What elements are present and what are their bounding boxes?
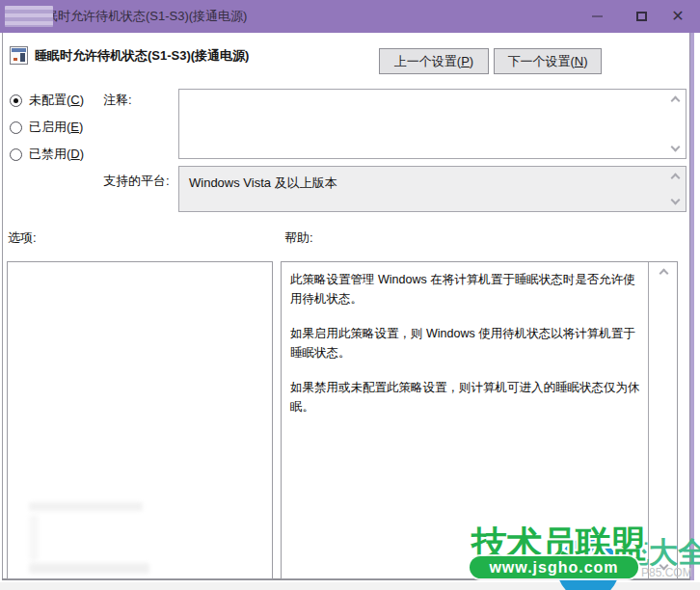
radio-not-configured-label: 未配置(C) bbox=[29, 92, 84, 109]
window-title: 睡眠时允许待机状态(S1-S3)(接通电源) bbox=[33, 0, 247, 33]
previous-setting-access-key: P bbox=[461, 54, 470, 68]
minimize-button[interactable] bbox=[582, 0, 611, 33]
blurred-region bbox=[5, 6, 53, 27]
radio-disabled-label: 已禁用(D) bbox=[29, 146, 84, 163]
previous-setting-label-end: ) bbox=[470, 54, 473, 68]
radio-disabled-circle bbox=[10, 148, 22, 161]
next-setting-label: 下一个设置( bbox=[507, 53, 574, 70]
maximize-icon bbox=[636, 12, 647, 21]
help-section-label: 帮助: bbox=[284, 229, 313, 247]
radio-disabled[interactable]: 已禁用(D) bbox=[10, 146, 84, 163]
radio-enabled-circle bbox=[10, 121, 22, 134]
radio-not-configured-circle bbox=[10, 94, 22, 107]
watermark-code-text: P85.COM bbox=[641, 566, 692, 579]
radio-not-configured[interactable]: 未配置(C) bbox=[10, 92, 84, 109]
policy-setting-dialog: 睡眠时允许待机状态(S1-S3)(接通电源) ✕ 睡眠时允许待机状态(S1-S3… bbox=[0, 0, 700, 590]
blurred-region bbox=[29, 515, 39, 561]
blurred-region bbox=[29, 563, 149, 574]
previous-setting-label: 上一个设置( bbox=[394, 53, 461, 70]
maximize-button[interactable] bbox=[627, 0, 656, 33]
window-border-right bbox=[689, 33, 694, 580]
watermark-url-badge: www.jsgho.com bbox=[470, 556, 638, 578]
policy-title: 睡眠时允许待机状态(S1-S3)(接通电源) bbox=[35, 47, 249, 65]
titlebar[interactable]: 睡眠时允许待机状态(S1-S3)(接通电源) ✕ bbox=[0, 0, 700, 33]
chevron-down-icon[interactable] bbox=[671, 143, 681, 152]
comment-label: 注释: bbox=[103, 92, 132, 109]
help-paragraph: 此策略设置管理 Windows 在将计算机置于睡眠状态时是否允许使用待机状态。 bbox=[290, 270, 642, 308]
help-text: 此策略设置管理 Windows 在将计算机置于睡眠状态时是否允许使用待机状态。 … bbox=[290, 270, 642, 432]
options-panel[interactable] bbox=[7, 261, 273, 579]
chevron-down-icon[interactable] bbox=[671, 196, 681, 205]
radio-enabled-label: 已启用(E) bbox=[29, 119, 83, 136]
supported-on-value: Windows Vista 及以上版本 bbox=[189, 174, 337, 192]
window-border-left bbox=[2, 33, 3, 579]
chevron-up-icon[interactable] bbox=[671, 96, 681, 106]
options-section-label: 选项: bbox=[8, 229, 37, 247]
next-setting-button[interactable]: 下一个设置(N) bbox=[494, 48, 602, 74]
help-paragraph: 如果禁用或未配置此策略设置，则计算机可进入的睡眠状态仅为休眠。 bbox=[290, 378, 642, 416]
blurred-region bbox=[29, 502, 143, 511]
minimize-icon bbox=[592, 15, 603, 17]
chevron-up-icon[interactable] bbox=[660, 269, 669, 279]
next-setting-access-key: N bbox=[575, 54, 583, 68]
close-icon: ✕ bbox=[671, 9, 684, 24]
previous-setting-button[interactable]: 上一个设置(P) bbox=[379, 48, 489, 74]
next-setting-label-end: ) bbox=[583, 54, 587, 68]
supported-on-label: 支持的平台: bbox=[103, 173, 170, 190]
scrollbar[interactable] bbox=[648, 262, 649, 578]
help-paragraph: 如果启用此策略设置，则 Windows 使用待机状态以将计算机置于睡眠状态。 bbox=[290, 324, 642, 362]
supported-on-textarea[interactable]: Windows Vista 及以上版本 bbox=[178, 166, 687, 212]
comment-textarea[interactable] bbox=[178, 89, 687, 159]
radio-enabled[interactable]: 已启用(E) bbox=[10, 119, 83, 136]
close-button[interactable]: ✕ bbox=[663, 0, 692, 33]
chevron-up-icon[interactable] bbox=[671, 174, 681, 183]
policy-setting-icon bbox=[10, 46, 28, 65]
